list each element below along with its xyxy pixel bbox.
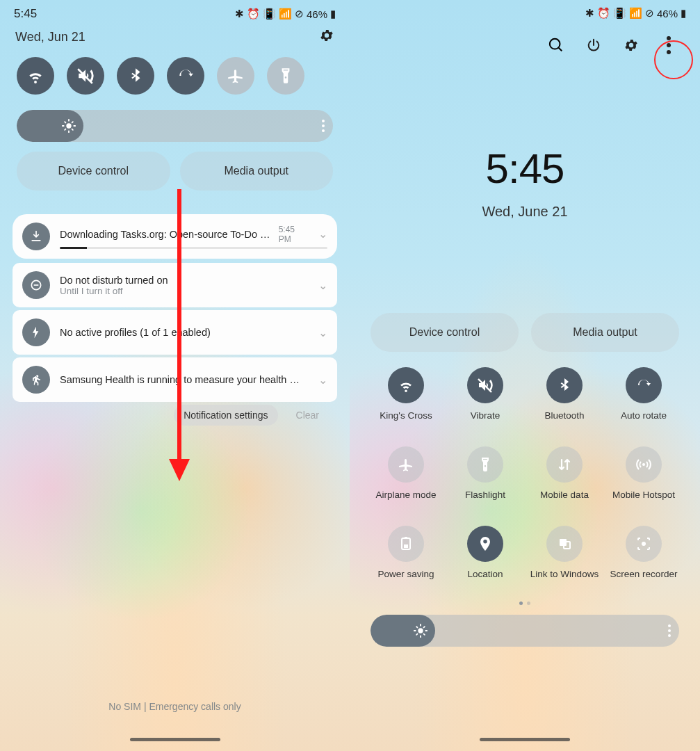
tile-power[interactable]: Power saving — [369, 526, 443, 592]
tile-location[interactable]: Location — [448, 526, 522, 592]
notification-settings-button[interactable]: Notification settings — [174, 405, 277, 426]
device-control-button[interactable]: Device control — [17, 152, 170, 191]
dnd-icon: ⊘ — [645, 7, 654, 19]
tile-label: Link to Windows — [530, 569, 599, 592]
nosim-label: No SIM | Emergency calls only — [0, 701, 350, 712]
device-control-button[interactable]: Device control — [371, 313, 519, 352]
vibrate-icon: 📳 — [263, 8, 276, 20]
right-pane-quick-settings: ✱ ⏰ 📳 📶 ⊘ 46% ▮ 5:45 Wed, June 21 Device… — [350, 0, 700, 751]
tile-flashlight[interactable]: Flashlight — [448, 446, 522, 513]
notification-actions: Notification settings Clear — [13, 405, 329, 426]
chevron-down-icon[interactable]: ⌄ — [318, 326, 327, 339]
nav-handle[interactable] — [480, 738, 570, 741]
pill-row: Device control Media output — [0, 152, 350, 197]
toggle-airplane[interactable] — [217, 57, 254, 95]
date-label: Wed, Jun 21 — [15, 30, 86, 45]
record-icon — [626, 526, 662, 562]
status-indicators: ✱ ⏰ 📳 📶 ⊘ 46% ▮ — [235, 8, 336, 20]
tile-label: King's Cross — [380, 410, 432, 434]
notification-stack: Downloading Tasks.org: Open-source To-Do… — [13, 214, 337, 426]
tile-record[interactable]: Screen recorder — [607, 526, 681, 592]
location-icon — [467, 526, 503, 562]
download-icon — [22, 223, 50, 250]
tile-sound[interactable]: Vibrate — [448, 367, 522, 434]
toggle-rotate[interactable] — [167, 57, 204, 95]
notif-time: 5:45 PM — [279, 225, 306, 244]
sound-icon — [467, 367, 503, 403]
toggle-bluetooth[interactable] — [117, 57, 154, 95]
notification-health[interactable]: Samsung Health is running to measure you… — [13, 357, 337, 402]
bluetooth-icon: ✱ — [235, 8, 244, 20]
alarm-icon: ⏰ — [247, 8, 260, 20]
subheader: Wed, Jun 21 — [0, 24, 350, 54]
battery-icon: ▮ — [681, 7, 686, 19]
wifi-icon: 📶 — [629, 7, 642, 19]
brightness-thumb[interactable] — [371, 615, 435, 647]
tile-label: Vibrate — [471, 410, 500, 434]
power-icon — [388, 526, 424, 562]
battery-icon: ▮ — [330, 8, 336, 20]
tile-label: Mobile data — [540, 490, 589, 513]
notification-profiles[interactable]: No active profiles (1 of 1 enabled) ⌄ — [13, 310, 337, 355]
tile-airplane[interactable]: Airplane mode — [369, 446, 443, 513]
tile-wifi[interactable]: King's Cross — [369, 367, 443, 434]
brightness-slider[interactable] — [17, 110, 333, 142]
battery-text: 46% — [657, 8, 678, 19]
airplane-icon — [388, 446, 424, 483]
wifi-icon: 📶 — [279, 8, 292, 20]
tile-label: Airplane mode — [375, 490, 436, 513]
brightness-more-button[interactable] — [322, 120, 325, 132]
search-button[interactable] — [546, 35, 567, 56]
notification-dnd[interactable]: Do not disturb turned on Until I turn it… — [13, 263, 337, 307]
dnd-icon: ⊘ — [295, 8, 304, 20]
tile-label: Mobile Hotspot — [612, 490, 675, 513]
media-output-button[interactable]: Media output — [531, 313, 679, 352]
toggle-wifi[interactable] — [17, 57, 54, 95]
brightness-slider[interactable] — [371, 615, 679, 647]
bolt-icon — [22, 318, 50, 346]
toggle-sound[interactable] — [67, 57, 104, 95]
tile-label: Flashlight — [465, 490, 505, 513]
download-progress — [60, 247, 327, 249]
clear-button[interactable]: Clear — [286, 405, 329, 426]
quick-toggles-row — [0, 54, 350, 97]
page-indicator — [350, 595, 700, 608]
tile-link[interactable]: Link to Windows — [528, 526, 601, 592]
toggle-flashlight[interactable] — [267, 57, 304, 95]
svg-marker-8 — [169, 459, 190, 481]
tile-hotspot[interactable]: Mobile Hotspot — [607, 446, 681, 513]
chevron-down-icon[interactable]: ⌄ — [318, 373, 327, 387]
alarm-icon: ⏰ — [597, 7, 610, 19]
nav-handle[interactable] — [130, 738, 220, 741]
top-action-row — [350, 22, 700, 61]
status-bar: 5:45 ✱ ⏰ 📳 📶 ⊘ 46% ▮ — [0, 0, 350, 24]
power-button[interactable] — [583, 35, 604, 56]
more-button[interactable] — [658, 35, 679, 56]
tile-label: Auto rotate — [621, 410, 667, 434]
tile-label: Power saving — [377, 569, 434, 592]
notif-title: Samsung Health is running to measure you… — [60, 374, 303, 385]
status-indicators: ✱ ⏰ 📳 📶 ⊘ 46% ▮ — [585, 7, 686, 19]
status-bar: ✱ ⏰ 📳 📶 ⊘ 46% ▮ — [350, 0, 700, 22]
bluetooth-icon — [546, 367, 583, 403]
status-time: 5:45 — [14, 7, 37, 21]
run-icon — [22, 366, 50, 394]
tile-rotate[interactable]: Auto rotate — [607, 367, 681, 434]
wifi-icon — [388, 367, 424, 403]
media-output-button[interactable]: Media output — [180, 152, 334, 191]
chevron-down-icon[interactable]: ⌄ — [318, 279, 327, 292]
chevron-down-icon[interactable]: ⌄ — [318, 227, 327, 241]
brightness-more-button[interactable] — [668, 624, 671, 637]
rotate-icon — [626, 367, 662, 403]
quick-tile-grid: King's CrossVibrateBluetoothAuto rotateA… — [350, 352, 700, 592]
large-date: Wed, June 21 — [350, 204, 700, 220]
large-clock: 5:45 — [350, 145, 700, 193]
brightness-thumb[interactable] — [17, 110, 83, 142]
settings-button[interactable] — [319, 28, 334, 46]
notification-download[interactable]: Downloading Tasks.org: Open-source To-Do… — [13, 214, 337, 259]
data-icon — [546, 446, 583, 483]
tile-data[interactable]: Mobile data — [528, 446, 601, 513]
settings-button[interactable] — [621, 35, 642, 56]
tile-label: Screen recorder — [610, 569, 678, 592]
tile-bluetooth[interactable]: Bluetooth — [528, 367, 601, 434]
